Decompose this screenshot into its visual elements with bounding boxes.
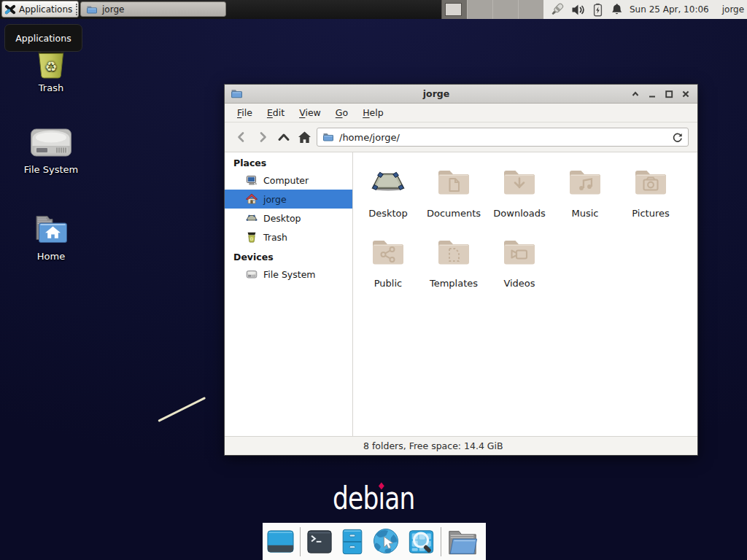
file-icon-label: Desktop xyxy=(355,208,421,219)
menu-go[interactable]: Go xyxy=(328,105,355,120)
close-button[interactable] xyxy=(680,88,692,100)
menu-view[interactable]: View xyxy=(292,105,328,120)
statusbar: 8 folders, Free space: 14.4 GiB xyxy=(225,436,697,455)
workspace-window-preview xyxy=(445,3,462,16)
panel-handle[interactable] xyxy=(76,4,78,15)
xfce-logo-icon xyxy=(4,4,16,15)
dock-web-browser-launcher[interactable] xyxy=(371,527,402,556)
folder-video-icon xyxy=(487,235,552,270)
applications-label: Applications xyxy=(19,4,72,15)
file-icon-documents[interactable]: Documents xyxy=(421,163,487,233)
desktop-icon-label: File System xyxy=(11,164,91,175)
file-icon-pictures[interactable]: Pictures xyxy=(618,163,684,233)
folder-template-icon xyxy=(421,235,487,270)
file-icon-label: Templates xyxy=(421,278,487,289)
folder-download-icon xyxy=(487,165,552,200)
top-panel: Applications jorge Sun 25 Apr, 10:06 jor… xyxy=(0,0,747,19)
notifications-bell-icon[interactable] xyxy=(611,3,623,16)
folder-icon xyxy=(322,131,334,143)
sidebar-header-devices: Devices xyxy=(225,249,352,265)
folder-music-icon xyxy=(552,165,618,200)
workspace-1[interactable] xyxy=(442,0,468,19)
file-icon-music[interactable]: Music xyxy=(552,163,618,233)
sidebar-item-desktop[interactable]: Desktop xyxy=(225,209,352,228)
sidebar-item-label: File System xyxy=(263,269,316,280)
file-icon-templates[interactable]: Templates xyxy=(421,233,487,303)
toolbar: /home/jorge/ xyxy=(225,122,697,152)
back-button[interactable] xyxy=(231,126,252,148)
path-bar[interactable]: /home/jorge/ xyxy=(317,128,689,147)
menu-edit[interactable]: Edit xyxy=(260,105,292,120)
folder-document-icon xyxy=(421,165,487,200)
folder-camera-icon xyxy=(618,165,684,200)
dock-desktop-settings-launcher[interactable] xyxy=(266,527,295,556)
sidebar-item-computer[interactable]: Computer xyxy=(225,171,352,190)
sidebar-header-places: Places xyxy=(225,155,352,171)
workspace-3[interactable] xyxy=(493,0,519,19)
folder-share-icon xyxy=(355,235,421,270)
panel-user-menu[interactable]: jorge xyxy=(722,4,744,15)
stray-line xyxy=(158,397,206,422)
desktop-icon-home[interactable]: Home xyxy=(11,214,91,262)
drive-mini-icon xyxy=(246,268,258,280)
applications-menu-button[interactable]: Applications xyxy=(1,1,79,18)
file-manager-window: jorge FileEditViewGoHelp /home/jorge/ Pl… xyxy=(224,84,698,456)
debian-swirl-dot xyxy=(378,483,384,490)
sidebar-item-trash[interactable]: ♻Trash xyxy=(225,228,352,246)
dock-panel xyxy=(263,523,486,560)
file-icon-downloads[interactable]: Downloads xyxy=(487,163,552,233)
taskbar-window-button[interactable]: jorge xyxy=(80,1,226,17)
battery-icon[interactable] xyxy=(593,3,603,17)
sidebar-item-file-system[interactable]: File System xyxy=(225,265,352,284)
desktop: Applications jorge Sun 25 Apr, 10:06 jor… xyxy=(0,0,747,560)
sidebar-item-jorge[interactable]: jorge xyxy=(225,190,352,209)
menubar: FileEditViewGoHelp xyxy=(225,104,697,122)
forward-button[interactable] xyxy=(252,126,273,148)
task-button-label: jorge xyxy=(102,4,124,15)
applications-tooltip: Applications xyxy=(4,24,82,52)
file-list: Desktop Documents Downloads Music Pictur… xyxy=(353,152,697,436)
svg-text:♻: ♻ xyxy=(249,236,254,242)
desktop-icon-label: Home xyxy=(11,251,91,262)
minimize-button[interactable] xyxy=(646,88,658,100)
menu-file[interactable]: File xyxy=(230,105,260,120)
computer-icon xyxy=(246,174,258,186)
file-icon-desktop[interactable]: Desktop xyxy=(355,163,421,233)
svg-text:♻: ♻ xyxy=(44,58,57,74)
file-icon-label: Public xyxy=(355,278,421,289)
file-icon-label: Downloads xyxy=(487,208,552,219)
window-icon xyxy=(231,88,243,100)
dock-app-finder-launcher[interactable] xyxy=(407,528,436,556)
volume-icon[interactable] xyxy=(571,4,586,16)
debian-logo: debıan xyxy=(0,480,747,516)
folder-icon xyxy=(86,4,98,15)
dock-file-cabinet-launcher[interactable] xyxy=(338,528,366,556)
file-icon-public[interactable]: Public xyxy=(355,233,421,303)
path-text[interactable]: /home/jorge/ xyxy=(339,132,400,143)
desktop-mini-icon xyxy=(246,212,258,224)
menu-help[interactable]: Help xyxy=(355,105,391,120)
shade-button[interactable] xyxy=(630,88,641,100)
window-titlebar[interactable]: jorge xyxy=(225,85,697,104)
file-icon-label: Pictures xyxy=(618,208,684,219)
maximize-button[interactable] xyxy=(663,88,675,100)
sidebar-item-label: Computer xyxy=(263,175,309,186)
status-text: 8 folders, Free space: 14.4 GiB xyxy=(363,440,503,451)
home-button[interactable] xyxy=(294,126,315,148)
tablet-tool-icon[interactable] xyxy=(549,1,565,18)
dock-terminal-launcher[interactable] xyxy=(306,528,333,556)
workspace-2[interactable] xyxy=(468,0,493,19)
sidebar: PlacesComputerjorgeDesktop♻TrashDevicesF… xyxy=(225,152,353,436)
sidebar-item-label: Trash xyxy=(263,232,287,243)
panel-clock[interactable]: Sun 25 Apr, 10:06 xyxy=(630,4,709,15)
dock-file-manager-launcher[interactable] xyxy=(446,527,479,556)
workspace-4[interactable] xyxy=(519,0,544,19)
trash-mini-icon: ♻ xyxy=(246,231,258,243)
up-button[interactable] xyxy=(273,126,294,148)
desktop-icon-file-system[interactable]: File System xyxy=(11,125,91,175)
file-icon-label: Music xyxy=(552,208,618,219)
workspace-switcher[interactable] xyxy=(441,0,544,19)
reload-button[interactable] xyxy=(672,132,683,143)
desktop-icon xyxy=(355,165,421,200)
file-icon-videos[interactable]: Videos xyxy=(487,233,552,303)
